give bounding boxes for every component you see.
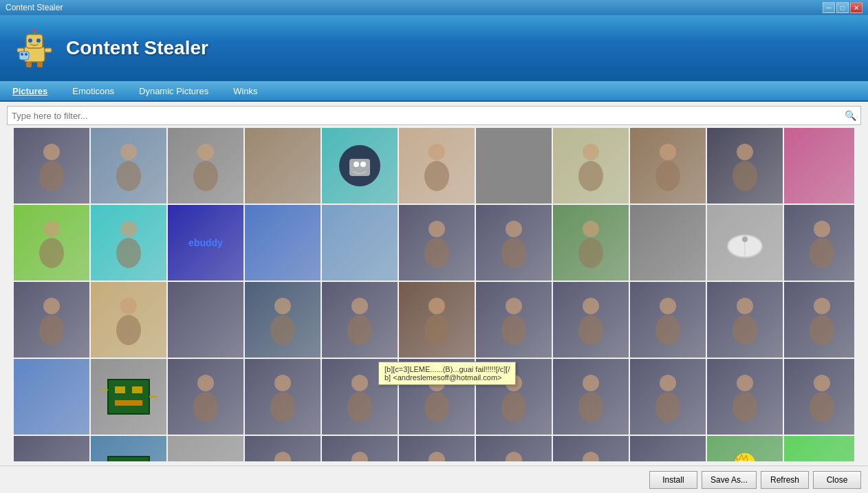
nav-item-dynamic-pictures[interactable]: Dynamic Pictures [133,83,214,99]
image-cell[interactable] [322,128,398,204]
image-cell[interactable] [168,282,243,358]
svg-point-45 [810,238,834,268]
image-cell[interactable] [784,128,854,204]
image-cell[interactable] [553,436,629,461]
image-cell[interactable] [630,359,706,435]
svg-point-43 [742,237,748,242]
search-container: 🔍 [7,106,861,125]
image-cell[interactable] [630,282,706,358]
image-cell[interactable] [245,282,321,358]
svg-point-5 [33,29,36,32]
minimize-button[interactable]: ─ [823,2,835,13]
window-close-button[interactable]: ✕ [850,2,862,13]
svg-point-15 [120,144,137,160]
title-bar: Content Stealer ─ □ ✕ [0,0,868,15]
nav-item-winks[interactable]: Winks [228,83,263,99]
image-cell[interactable] [91,205,166,281]
svg-point-85 [655,392,680,422]
image-cell[interactable] [399,205,475,281]
image-cell[interactable] [245,359,321,435]
image-cell[interactable] [707,282,783,358]
image-cell[interactable] [245,205,321,281]
image-cell[interactable] [168,128,243,204]
image-cell[interactable] [630,128,706,204]
svg-point-40 [578,238,603,268]
app-header: Content Stealer [0,15,868,81]
image-cell[interactable] [476,205,552,281]
install-button[interactable]: Install [649,471,697,489]
image-cell[interactable] [784,359,854,435]
image-cell[interactable] [91,436,166,461]
svg-point-79 [424,392,449,422]
image-cell[interactable]: Te amo! [784,436,854,461]
svg-point-46 [43,298,60,314]
svg-point-48 [120,298,137,314]
svg-point-65 [810,315,834,345]
nav-bar: Pictures Emoticons Dynamic Pictures Wink… [0,81,868,102]
svg-point-50 [274,298,291,314]
image-grid-container[interactable]: ebuddy [14,128,854,461]
search-input[interactable] [12,111,845,121]
nav-item-emoticons[interactable]: Emoticons [67,83,120,99]
image-cell[interactable]: ebuddy [168,205,243,281]
image-cell[interactable] [14,205,89,281]
image-cell[interactable] [14,436,89,461]
image-cell[interactable] [322,205,398,281]
image-cell[interactable] [91,282,166,358]
svg-point-26 [578,161,603,191]
image-cell[interactable] [168,359,243,435]
image-cell[interactable] [476,282,552,358]
image-cell[interactable] [322,282,398,358]
image-cell[interactable] [245,128,321,204]
svg-point-81 [501,392,526,422]
image-cell[interactable] [91,128,166,204]
image-cell[interactable] [14,359,89,435]
svg-point-33 [120,221,137,237]
image-cell[interactable] [168,436,243,461]
image-cell[interactable] [322,436,398,461]
svg-point-44 [814,221,830,237]
refresh-button[interactable]: Refresh [761,471,809,489]
svg-point-58 [583,298,599,314]
svg-rect-67 [115,386,125,393]
image-cell[interactable] [707,205,783,281]
image-cell[interactable] [399,282,475,358]
image-cell[interactable] [14,282,89,358]
image-cell[interactable] [630,205,706,281]
image-cell[interactable] [784,205,854,281]
image-cell[interactable] [91,359,166,435]
svg-point-61 [655,315,680,345]
tooltip-line2: b] <andreslemesoff@hotmail.com> [384,373,510,382]
svg-point-13 [43,144,60,160]
image-cell[interactable] [707,436,783,461]
svg-point-38 [501,238,526,268]
svg-rect-68 [132,386,142,393]
image-cell[interactable] [707,359,783,435]
image-cell[interactable] [245,436,321,461]
image-cell[interactable] [553,282,629,358]
title-bar-text: Content Stealer [6,3,63,12]
svg-point-28 [655,161,680,191]
image-cell[interactable] [399,128,475,204]
image-cell[interactable] [784,282,854,358]
image-cell[interactable] [553,359,629,435]
svg-point-82 [583,375,599,391]
svg-point-12 [25,53,28,56]
image-cell[interactable] [399,436,475,461]
restore-button[interactable]: □ [836,2,849,13]
image-cell[interactable] [707,128,783,204]
image-cell[interactable] [553,128,629,204]
svg-point-64 [814,298,830,314]
image-cell[interactable] [14,128,89,204]
svg-point-74 [274,375,291,391]
image-cell[interactable] [476,128,552,204]
image-cell[interactable] [553,205,629,281]
svg-point-54 [428,298,445,314]
image-cell[interactable] [476,436,552,461]
image-cell[interactable] [630,436,706,461]
save-as-button[interactable]: Save As... [702,471,757,489]
nav-item-pictures[interactable]: Pictures [7,83,53,99]
close-button[interactable]: Close [813,471,861,489]
svg-point-84 [660,375,676,391]
app-icon [14,28,55,69]
